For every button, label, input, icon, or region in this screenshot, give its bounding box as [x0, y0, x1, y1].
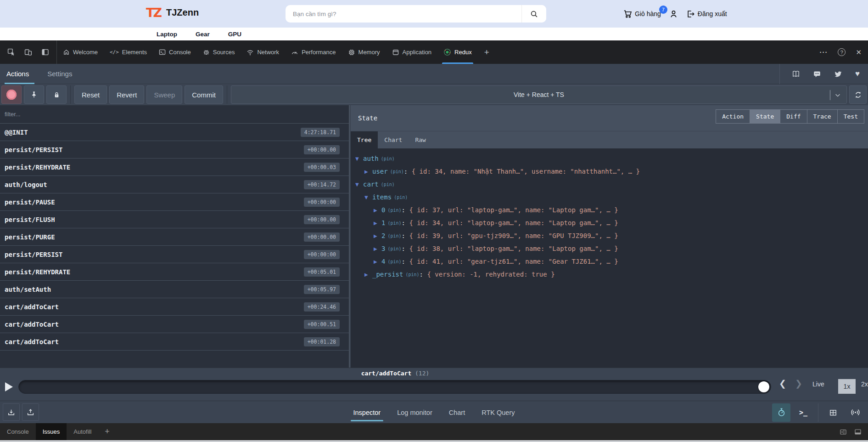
collapse-arrow-icon[interactable]: ▼ — [364, 195, 372, 200]
lock-button[interactable] — [46, 85, 67, 104]
action-row[interactable]: persist/FLUSH+00:00.00 — [0, 211, 349, 228]
action-row[interactable]: persist/PURGE+00:00.00 — [0, 228, 349, 246]
record-toggle-button[interactable] — [1, 85, 22, 104]
pin-link[interactable]: (pin) — [381, 156, 395, 161]
expand-arrow-icon[interactable]: ▶ — [364, 169, 372, 174]
pin-link[interactable]: (pin) — [405, 272, 419, 277]
action-filter-input[interactable] — [0, 111, 349, 118]
close-icon[interactable]: ✕ — [856, 48, 862, 57]
search-input[interactable] — [286, 5, 521, 23]
speed-1x-button[interactable]: 1x — [838, 379, 856, 394]
reload-instances-button[interactable] — [849, 85, 867, 104]
monitor-tab-log-monitor[interactable]: Log monitor — [397, 401, 432, 424]
tab-actions[interactable]: Actions — [6, 64, 29, 84]
action-row[interactable]: persist/REHYDRATE+00:05.01 — [0, 263, 349, 281]
heart-icon[interactable]: ♥ — [855, 69, 860, 79]
step-back-icon[interactable]: ❮ — [779, 378, 786, 389]
action-row[interactable]: auth/setAuth+00:05.97 — [0, 281, 349, 298]
step-forward-icon[interactable]: ❯ — [795, 378, 802, 389]
monitor-tab-rtk-query[interactable]: RTK Query — [482, 401, 515, 424]
tab-settings[interactable]: Settings — [47, 64, 72, 84]
tab-sources[interactable]: Sources — [197, 40, 241, 64]
monitor-tab-inspector[interactable]: Inspector — [353, 401, 381, 424]
pin-button[interactable] — [24, 85, 44, 104]
drawer-tab-autofill[interactable]: Autofill — [67, 423, 98, 440]
tree-node-item-0[interactable]: ▶0(pin): { id: 37, url: "laptop-gam…", n… — [351, 204, 868, 216]
speed-2x-button[interactable]: 2x — [861, 380, 868, 388]
action-row[interactable]: cart/addToCart+00:24.46 — [0, 298, 349, 316]
drawer-tab-console[interactable]: Console — [0, 423, 36, 440]
logout-button[interactable]: Đăng xuất — [686, 10, 727, 18]
collapse-arrow-icon[interactable]: ▼ — [355, 182, 363, 187]
remote-button[interactable] — [846, 403, 864, 422]
tree-node-item-4[interactable]: ▶4(pin): { id: 41, url: "gear-tjz61…", n… — [351, 255, 868, 268]
action-row[interactable]: cart/addToCart+00:00.51 — [0, 316, 349, 333]
sweep-button[interactable]: Sweep — [146, 85, 182, 104]
tree-node-auth[interactable]: ▼auth(pin) — [351, 152, 868, 165]
tree-node-item-3[interactable]: ▶3(pin): { id: 38, url: "laptop-gam…", n… — [351, 242, 868, 255]
focus-panel-icon[interactable] — [41, 48, 49, 56]
action-row[interactable]: cart/addToCart+00:01.28 — [0, 333, 349, 351]
tree-node-cart[interactable]: ▼cart(pin) — [351, 178, 868, 191]
tab-welcome[interactable]: Welcome — [57, 40, 104, 64]
live-button[interactable]: Live — [812, 380, 824, 388]
tab-performance[interactable]: Performance — [285, 40, 342, 64]
action-row[interactable]: persist/PAUSE+00:00:00 — [0, 193, 349, 211]
tree-node-items[interactable]: ▼items(pin) — [351, 191, 868, 204]
tree-node-item-1[interactable]: ▶1(pin): { id: 34, url: "laptop-gam…", n… — [351, 216, 868, 229]
dock-side-icon[interactable] — [840, 428, 847, 436]
cart-button[interactable]: Giỏ hàng 7 — [623, 10, 661, 18]
pin-link[interactable]: (pin) — [387, 233, 401, 238]
pin-link[interactable]: (pin) — [390, 169, 404, 174]
tab-network[interactable]: Network — [241, 40, 285, 64]
more-options-icon[interactable]: ··· — [819, 48, 828, 56]
collapse-arrow-icon[interactable]: ▼ — [355, 156, 363, 161]
tree-node-user[interactable]: ▶user(pin): { id: 34, name: "Nhật Thanh…… — [351, 165, 868, 178]
drawer-tab-issues[interactable]: Issues — [36, 423, 67, 440]
mode-tab-state[interactable]: State — [750, 109, 780, 124]
grid-layout-button[interactable] — [824, 403, 842, 422]
search-button[interactable] — [521, 5, 546, 23]
dock-bottom-icon[interactable] — [854, 428, 862, 436]
nav-link-gear[interactable]: Gear — [196, 31, 210, 38]
revert-button[interactable]: Revert — [109, 85, 144, 104]
expand-arrow-icon[interactable]: ▶ — [374, 233, 381, 238]
nav-link-laptop[interactable]: Laptop — [157, 31, 177, 38]
reset-button[interactable]: Reset — [74, 85, 107, 104]
play-icon[interactable] — [5, 382, 13, 391]
commit-button[interactable]: Commit — [185, 85, 223, 104]
expand-arrow-icon[interactable]: ▶ — [374, 208, 381, 213]
action-row[interactable]: persist/REHYDRATE+00:00.03 — [0, 159, 349, 176]
expand-arrow-icon[interactable]: ▶ — [374, 246, 381, 251]
slider-monitor-button[interactable] — [772, 403, 790, 422]
view-tab-chart[interactable]: Chart — [378, 131, 409, 148]
docs-book-icon[interactable] — [792, 70, 800, 78]
pin-link[interactable]: (pin) — [381, 182, 395, 187]
view-tab-tree[interactable]: Tree — [351, 131, 378, 148]
tab-memory[interactable]: Memory — [342, 40, 386, 64]
add-tab-button[interactable]: + — [478, 40, 496, 64]
device-toolbar-icon[interactable] — [24, 48, 32, 56]
mode-tab-action[interactable]: Action — [716, 109, 750, 124]
pin-link[interactable]: (pin) — [387, 246, 401, 251]
slider-thumb[interactable] — [758, 381, 769, 392]
pin-link[interactable]: (pin) — [387, 221, 401, 226]
action-row[interactable]: auth/logout+00:14.72 — [0, 176, 349, 193]
pin-link[interactable]: (pin) — [387, 208, 401, 213]
action-row[interactable]: persist/PERSIST+00:00.00 — [0, 141, 349, 159]
tab-redux[interactable]: Redux — [437, 40, 478, 64]
mode-tab-trace[interactable]: Trace — [807, 109, 838, 124]
help-icon[interactable]: ? — [838, 48, 846, 56]
instance-select[interactable]: Vite + React + TS — [231, 85, 847, 104]
tree-node-persist[interactable]: ▶_persist(pin): { version: -1, rehydrate… — [351, 268, 868, 281]
expand-arrow-icon[interactable]: ▶ — [374, 259, 381, 264]
pin-link[interactable]: (pin) — [387, 259, 401, 264]
nav-link-gpu[interactable]: GPU — [228, 31, 241, 38]
action-row[interactable]: @@INIT4:27:18.71 — [0, 124, 349, 141]
expand-arrow-icon[interactable]: ▶ — [364, 272, 372, 277]
expand-arrow-icon[interactable]: ▶ — [374, 221, 381, 226]
tab-elements[interactable]: </> Elements — [104, 40, 153, 64]
feedback-icon[interactable] — [813, 70, 821, 78]
pin-link[interactable]: (pin) — [394, 195, 408, 200]
tab-console[interactable]: Console — [153, 40, 197, 64]
